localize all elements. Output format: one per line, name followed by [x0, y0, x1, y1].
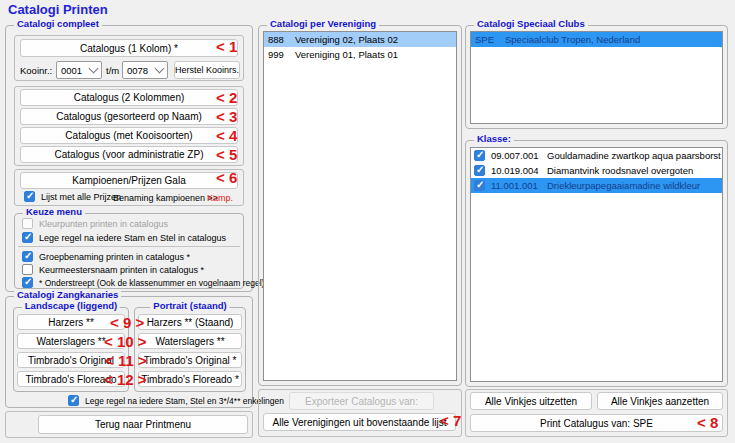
kleurpunten-label: Kleurpunten printen in catalogus	[39, 219, 168, 229]
keuze-item-row: Keurmeestersnaam printen in catalogus *	[22, 264, 204, 275]
lijst-alle-prijzen-row: Lijst met alle Prijzen	[24, 191, 121, 202]
annotation-10: < 10 >	[104, 333, 147, 350]
lijst-alle-prijzen-label: Lijst met alle Prijzen	[41, 192, 121, 202]
annotation-9: < 9 >	[110, 314, 144, 331]
benaming-kampioenen-label: Benaming kampioenen >>	[113, 193, 218, 203]
klasse-code: 10.019.004	[491, 165, 541, 176]
waterslagers-staand-button[interactable]: Waterslagers **	[138, 333, 242, 349]
annotation-12: < 12 >	[104, 371, 147, 388]
lege-regel-enkelingen-row: Lege regel na iedere Stam, Stel en 3*/4*…	[68, 395, 284, 406]
klasse-item-checkbox[interactable]	[474, 165, 485, 176]
keuze-item-row: Lege regel na iedere Stam en Stel in cat…	[22, 232, 226, 243]
catalogus-2kolommen-button[interactable]: Catalogus (2 Kolommen)	[20, 89, 238, 106]
annotation-6: < 6	[216, 169, 237, 186]
speciaal-clubs-list: SPE Speciaalclub Tropen, Nederland	[470, 31, 723, 124]
catalogus-kooisoorten-button[interactable]: Catalogus (met Kooisoorten)	[20, 127, 238, 144]
timbrados-original-staand-button[interactable]: Timbrado's Original *	[138, 352, 242, 368]
vereniging-code: 888	[268, 34, 295, 45]
group-catalogi-compleet-label: Catalogi compleet	[14, 18, 102, 29]
annotation-7: < 7	[440, 412, 461, 429]
alle-verenigingen-button[interactable]: Alle Verenigingen uit bovenstaande lijst	[263, 413, 456, 431]
annotation-5: < 5	[216, 146, 237, 163]
kooinr-to-value: 0078	[127, 65, 148, 76]
catalogus-1kolom-button[interactable]: Catalogus (1 Kolom) *	[20, 39, 238, 57]
klasse-code: 11.001.001	[491, 180, 541, 191]
catalogus-administratie-button[interactable]: Catalogus (voor administratie ZP)	[20, 146, 238, 163]
group-landscape-label: Landscape (liggend)	[22, 300, 120, 311]
group-catalogi-zangkanaries-label: Catalogi Zangkanaries	[14, 289, 121, 300]
catalogus-gesorteerd-button[interactable]: Catalogus (gesorteerd op Naam)	[20, 108, 238, 125]
klasse-item-checkbox[interactable]	[474, 180, 485, 191]
annotation-3: < 3	[216, 108, 237, 125]
kleurpunten-checkbox	[22, 218, 33, 229]
annotation-8: < 8	[697, 414, 718, 431]
onderstreept-checkbox[interactable]	[22, 277, 33, 288]
keuze-item-row: * Onderstreept (Ook de klassenummer en v…	[22, 277, 264, 288]
harzers-liggend-button[interactable]: Harzers **	[17, 314, 125, 330]
groepbenaming-label: Groepbenaming printen in catalogus *	[39, 252, 190, 262]
speciaal-club-list-item[interactable]: SPE Speciaalclub Tropen, Nederland	[471, 32, 722, 47]
annotation-11: < 11 >	[105, 352, 147, 369]
harzers-staand-button[interactable]: Harzers ** (Staand)	[138, 314, 242, 330]
klasse-code: 09.007.001	[491, 150, 541, 161]
lege-regel-enkelingen-label: Lege regel na iedere Stam, Stel en 3*/4*…	[85, 396, 284, 406]
annotation-1: < 1	[216, 38, 237, 55]
groepbenaming-checkbox[interactable]	[22, 251, 33, 262]
group-catalogi-per-vereniging-label: Catalogi per Vereniging	[267, 18, 379, 29]
lege-regel-stam-stel-label: Lege regel na iedere Stam en Stel in cat…	[39, 233, 226, 243]
kooinr-label: Kooinr.:	[20, 65, 52, 76]
vereniging-name: Vereniging 02, Plaats 02	[295, 34, 398, 45]
exporteer-catalogus-button: Exporteer Catalogus van:	[289, 392, 434, 410]
klasse-list: 09.007.001 Gouldamadine zwartkop aqua pa…	[470, 147, 723, 382]
vereniging-code: 999	[268, 49, 295, 60]
herstel-kooinrs-button[interactable]: Herstel Kooinrs.	[174, 61, 240, 79]
catalogi-printen-window: Catalogi Printen Catalogi compleet Catal…	[0, 0, 735, 443]
group-klasse-label: Klasse:	[474, 133, 514, 144]
lege-regel-enkelingen-checkbox[interactable]	[68, 395, 79, 406]
kampioenen-prijzen-gala-button[interactable]: Kampioenen/Prijzen Gala	[20, 172, 238, 189]
print-catalogus-button[interactable]: Print Catalugus van: SPE	[470, 414, 723, 432]
vereniging-name: Vereniging 01, Plaats 01	[295, 49, 398, 60]
timbrados-floreado-staand-button[interactable]: Timbrado's Floreado *	[138, 371, 242, 387]
chevron-down-icon	[155, 64, 165, 74]
alle-vinkjes-aanzetten-button[interactable]: Alle Vinkjes aanzetten	[597, 392, 723, 410]
klasse-list-item[interactable]: 10.019.004 Diamantvink roodsnavel overgo…	[471, 163, 722, 178]
vereniging-list-item[interactable]: 999 Vereniging 01, Plaats 01	[264, 47, 456, 62]
klasse-list-item[interactable]: 11.001.001 Driekleurpapegaaiamadine wild…	[471, 178, 722, 193]
group-portrait-label: Portrait (staand)	[150, 300, 229, 311]
kooinr-from-combo[interactable]: 0001	[56, 61, 102, 79]
keuze-item-row: Kleurpunten printen in catalogus	[22, 218, 168, 229]
tm-label: t/m	[106, 65, 119, 76]
group-catalogi-speciaal-clubs-label: Catalogi Speciaal Clubs	[474, 18, 588, 29]
keuze-menu-divider	[18, 246, 240, 247]
annotation-4: < 4	[216, 127, 237, 144]
speciaal-club-name: Speciaalclub Tropen, Nederland	[505, 34, 640, 45]
klasse-name: Diamantvink roodsnavel overgoten	[547, 165, 693, 176]
klasse-list-item[interactable]: 09.007.001 Gouldamadine zwartkop aqua pa…	[471, 148, 722, 163]
onderstreept-label: * Onderstreept (Ook de klassenummer en v…	[39, 278, 264, 288]
annotation-2: < 2	[216, 89, 237, 106]
keuze-item-row: Groepbenaming printen in catalogus *	[22, 251, 190, 262]
klasse-name: Driekleurpapegaaiamadine wildkleur	[547, 180, 700, 191]
chevron-down-icon	[89, 64, 99, 74]
klasse-name: Gouldamadine zwartkop aqua paarsborst ma…	[547, 150, 723, 161]
terug-naar-printmenu-button[interactable]: Terug naar Printmenu	[38, 415, 248, 434]
page-title: Catalogi Printen	[8, 2, 108, 17]
group-keuze-menu-label: Keuze menu	[23, 206, 85, 217]
keurmeestersnaam-checkbox[interactable]	[22, 264, 33, 275]
speciaal-club-code: SPE	[475, 34, 505, 45]
alle-vinkjes-uitzetten-button[interactable]: Alle Vinkjes uitzetten	[470, 392, 592, 410]
lege-regel-stam-stel-checkbox[interactable]	[22, 232, 33, 243]
kooinr-from-value: 0001	[61, 65, 82, 76]
klasse-item-checkbox[interactable]	[474, 150, 485, 161]
kooinr-to-combo[interactable]: 0078	[122, 61, 168, 79]
lijst-alle-prijzen-checkbox[interactable]	[24, 191, 35, 202]
vereniging-list: 888 Vereniging 02, Plaats 02 999 Verenig…	[263, 31, 457, 381]
keurmeestersnaam-label: Keurmeestersnaam printen in catalogus *	[39, 265, 204, 275]
vereniging-list-item[interactable]: 888 Vereniging 02, Plaats 02	[264, 32, 456, 47]
benaming-kampioenen-value[interactable]: Kamp.	[207, 193, 233, 203]
